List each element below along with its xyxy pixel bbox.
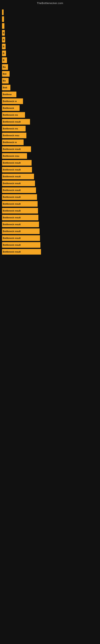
result-bar: Bottleneck result xyxy=(2,194,37,200)
result-bar: Bottleneck result xyxy=(2,228,40,234)
result-bar: Bottleneck result xyxy=(2,222,39,227)
result-bar: Bottleneck xyxy=(2,105,20,111)
result-bar: Bottleneck result xyxy=(2,249,41,254)
bars-container: BBBBBBoBotBoBottBottleneBottleneck reBot… xyxy=(0,6,100,258)
result-bar: Bo xyxy=(2,64,8,70)
result-bar xyxy=(2,23,4,29)
result-bar: Bottleneck result xyxy=(2,119,30,124)
bar-row: Bottleneck result xyxy=(2,228,98,234)
result-bar: Bottleneck res xyxy=(2,112,25,118)
result-bar: Bottleneck result xyxy=(2,235,40,241)
result-bar: Bottleneck result xyxy=(2,146,31,152)
bar-row: Bottleneck result xyxy=(2,201,98,207)
bar-row: Bottleneck result xyxy=(2,180,98,186)
bar-row: B xyxy=(2,44,98,49)
bar-row: Bottleneck res xyxy=(2,126,98,132)
result-bar: Bottleneck result xyxy=(2,180,35,186)
result-bar: Bott xyxy=(2,85,10,90)
bar-row xyxy=(2,10,98,15)
bar-row: Bottleneck resu xyxy=(2,153,98,159)
bar-row: Bottleneck re xyxy=(2,140,98,145)
result-bar: Bottleneck re xyxy=(2,98,23,104)
bar-row: B xyxy=(2,37,98,42)
result-bar xyxy=(2,10,3,15)
bar-row: Bottleneck result xyxy=(2,167,98,172)
bar-row: Bottleneck result xyxy=(2,187,98,193)
result-bar: Bottleneck re xyxy=(2,140,24,145)
bar-row: Bottleneck result xyxy=(2,119,98,124)
bar-row xyxy=(2,23,98,29)
bar-row: Bottleneck result xyxy=(2,208,98,214)
result-bar: Bottleneck res xyxy=(2,126,26,132)
bar-row: Bottlene xyxy=(2,92,98,97)
result-bar: B xyxy=(2,57,7,63)
bar-row: Bottleneck result xyxy=(2,174,98,179)
result-bar: Bot xyxy=(2,71,10,77)
bar-row: Bot xyxy=(2,71,98,77)
bar-row: Bottleneck re xyxy=(2,98,98,104)
result-bar: Bottleneck result xyxy=(2,242,40,248)
result-bar: Bottleneck result xyxy=(2,215,38,220)
result-bar: Bottleneck result xyxy=(2,167,32,172)
bar-row: Bottleneck result xyxy=(2,146,98,152)
result-bar: B xyxy=(2,50,6,56)
bar-row: Bottleneck result xyxy=(2,160,98,166)
bar-row: B xyxy=(2,30,98,36)
result-bar xyxy=(2,16,4,22)
result-bar: Bottleneck resu xyxy=(2,153,27,159)
bar-row: Bottleneck xyxy=(2,105,98,111)
bar-row: B xyxy=(2,57,98,63)
bar-row: Bott xyxy=(2,85,98,90)
bar-row xyxy=(2,16,98,22)
bar-row: Bottleneck resu xyxy=(2,132,98,138)
result-bar: B xyxy=(2,30,5,36)
result-bar: Bottleneck result xyxy=(2,208,38,214)
bar-row: Bottleneck result xyxy=(2,215,98,220)
bar-row: Bottleneck result xyxy=(2,222,98,227)
bar-row: Bottleneck result xyxy=(2,242,98,248)
bar-row: Bottleneck res xyxy=(2,112,98,118)
result-bar: Bottleneck result xyxy=(2,160,32,166)
result-bar: Bottleneck result xyxy=(2,174,34,179)
bar-row: Bottleneck result xyxy=(2,249,98,254)
bar-row: Bottleneck result xyxy=(2,235,98,241)
result-bar: Bottleneck result xyxy=(2,201,38,207)
site-title: TheBottlenecker.com xyxy=(0,0,100,6)
result-bar: B xyxy=(2,44,6,49)
bar-row: Bo xyxy=(2,64,98,70)
result-bar: Bottleneck resu xyxy=(2,132,26,138)
bar-row: Bottleneck result xyxy=(2,194,98,200)
bar-row: Bo xyxy=(2,78,98,84)
result-bar: B xyxy=(2,37,5,42)
bar-row: B xyxy=(2,50,98,56)
result-bar: Bo xyxy=(2,78,9,84)
result-bar: Bottlene xyxy=(2,92,16,97)
result-bar: Bottleneck result xyxy=(2,187,36,193)
